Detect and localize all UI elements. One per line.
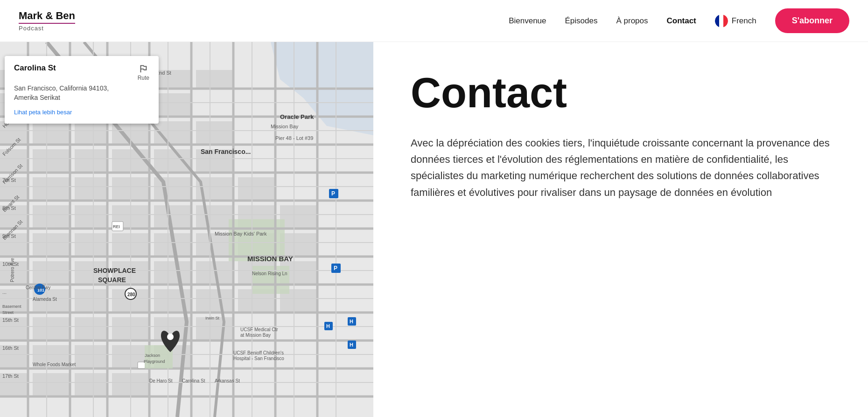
contact-description: Avec la dépréciation des cookies tiers, … <box>411 135 831 201</box>
svg-rect-26 <box>75 177 107 201</box>
svg-rect-19 <box>33 149 70 173</box>
svg-text:SHOWPLACE: SHOWPLACE <box>93 267 136 274</box>
svg-text:Pier 48 - Lot #39: Pier 48 - Lot #39 <box>275 135 313 141</box>
flag-icon <box>715 14 728 28</box>
svg-text:H: H <box>326 323 330 329</box>
svg-text:Whole Foods Market: Whole Foods Market <box>33 362 76 367</box>
svg-rect-33 <box>75 205 107 229</box>
svg-rect-68 <box>196 317 233 341</box>
svg-text:Alameda St: Alameda St <box>33 297 57 302</box>
svg-text:H: H <box>350 319 353 324</box>
svg-rect-46 <box>280 233 317 257</box>
svg-rect-38 <box>280 205 317 229</box>
route-label: Rute <box>138 75 149 81</box>
contact-section: Contact Avec la dépréciation des cookies… <box>373 42 868 417</box>
svg-text:Nelson Rising Ln: Nelson Rising Ln <box>252 271 287 276</box>
svg-text:Basement: Basement <box>2 304 21 309</box>
svg-rect-6 <box>196 70 233 89</box>
svg-rect-60 <box>196 289 233 313</box>
svg-rect-22 <box>154 149 191 173</box>
svg-text:Playground: Playground <box>144 359 165 364</box>
svg-text:P: P <box>331 190 335 197</box>
svg-rect-35 <box>154 205 191 229</box>
svg-rect-44 <box>196 233 233 257</box>
svg-text:Hospital - San Francisco: Hospital - San Francisco <box>233 356 284 361</box>
svg-text:Street: Street <box>2 310 14 315</box>
nav-episodes[interactable]: Épisodes <box>565 16 598 26</box>
logo-subtitle: Podcast <box>19 23 75 32</box>
svg-rect-64 <box>33 317 70 341</box>
svg-rect-25 <box>33 177 70 201</box>
svg-text:Arkansas St: Arkansas St <box>215 378 240 383</box>
svg-text:280: 280 <box>127 292 135 297</box>
svg-rect-48 <box>33 261 70 285</box>
svg-text:15th St: 15th St <box>2 317 19 323</box>
svg-text:...: ... <box>2 289 7 295</box>
svg-text:9th St: 9th St <box>2 233 16 239</box>
svg-text:Potrero Ave: Potrero Ave <box>10 257 15 282</box>
svg-text:7th St: 7th St <box>2 177 16 183</box>
svg-text:UCSF Benioff Children's: UCSF Benioff Children's <box>233 350 284 355</box>
svg-text:17th St: 17th St <box>2 373 19 379</box>
svg-rect-14 <box>75 121 107 145</box>
map-popup: Carolina St Rute San Francisco, Californ… <box>5 56 159 124</box>
svg-rect-13 <box>33 121 70 145</box>
svg-text:Irwin St: Irwin St <box>205 316 220 320</box>
svg-text:8th St: 8th St <box>2 205 16 211</box>
logo[interactable]: Mark & Ben Podcast <box>19 10 75 32</box>
popup-address: San Francisco, California 94103, Amerika… <box>14 84 149 102</box>
svg-text:H: H <box>350 342 353 348</box>
svg-text:P: P <box>334 265 337 271</box>
svg-rect-40 <box>33 233 70 257</box>
nav-apropos[interactable]: À propos <box>616 16 648 26</box>
route-icon <box>138 63 148 74</box>
site-header: Mark & Ben Podcast Bienvenue Épisodes À … <box>0 0 868 42</box>
popup-address-line1: San Francisco, California 94103, <box>14 84 149 93</box>
svg-text:at Mission Bay: at Mission Bay <box>240 333 271 338</box>
nav-contact[interactable]: Contact <box>667 16 696 26</box>
svg-rect-28 <box>154 177 191 201</box>
svg-text:Central Fwy: Central Fwy <box>26 285 50 290</box>
svg-rect-71 <box>75 345 107 368</box>
language-selector[interactable]: French <box>715 14 756 28</box>
subscribe-button[interactable]: S'abonner <box>775 8 849 33</box>
logo-title: Mark & Ben <box>19 10 75 22</box>
main-content: Carolina St Rute San Francisco, Californ… <box>0 42 868 417</box>
popup-street: Carolina St <box>14 63 56 73</box>
svg-text:SQUARE: SQUARE <box>98 276 126 284</box>
svg-rect-20 <box>75 149 107 173</box>
svg-text:Mission Bay: Mission Bay <box>271 124 299 129</box>
svg-rect-57 <box>75 289 107 313</box>
svg-text:De Haro St: De Haro St <box>149 378 173 383</box>
popup-address-line2: Amerika Serikat <box>14 93 149 103</box>
svg-text:Jackson: Jackson <box>145 353 160 358</box>
svg-rect-30 <box>238 177 275 201</box>
svg-point-173 <box>167 334 174 340</box>
svg-text:Oracle Park: Oracle Park <box>280 113 314 120</box>
svg-rect-41 <box>75 233 107 257</box>
contact-title: Contact <box>411 70 831 116</box>
svg-text:16th St: 16th St <box>2 345 19 351</box>
svg-rect-75 <box>33 373 70 396</box>
svg-rect-51 <box>154 261 191 285</box>
svg-text:REI: REI <box>113 224 120 229</box>
svg-text:MISSION BAY: MISSION BAY <box>247 255 293 263</box>
svg-rect-36 <box>196 205 233 229</box>
svg-rect-32 <box>33 205 70 229</box>
svg-text:Mission Bay Kids' Park: Mission Bay Kids' Park <box>215 231 267 236</box>
nav-bienvenue[interactable]: Bienvenue <box>509 16 546 26</box>
language-label: French <box>732 16 756 26</box>
popup-route[interactable]: Rute <box>138 63 149 81</box>
svg-rect-65 <box>75 317 107 341</box>
svg-text:UCSF Medical Ctr: UCSF Medical Ctr <box>240 327 278 332</box>
svg-text:San Francisco...: San Francisco... <box>201 148 251 155</box>
main-nav: Bienvenue Épisodes À propos Contact Fren… <box>509 8 849 33</box>
map-section: Carolina St Rute San Francisco, Californ… <box>0 42 373 417</box>
popup-map-link[interactable]: Lihat peta lebih besar <box>14 109 72 116</box>
svg-text:Carolina St: Carolina St <box>182 378 205 383</box>
svg-rect-11 <box>154 93 191 117</box>
svg-rect-17 <box>196 121 233 145</box>
svg-rect-76 <box>75 373 107 396</box>
popup-header: Carolina St Rute <box>14 63 149 81</box>
